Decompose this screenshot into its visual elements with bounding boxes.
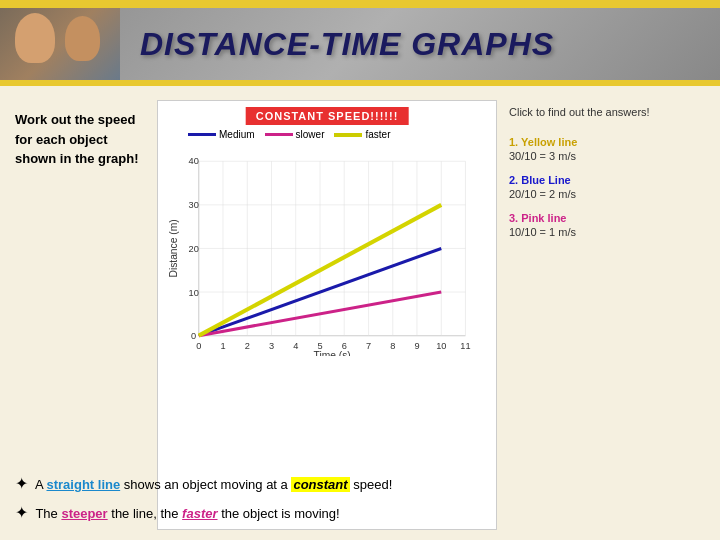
top-accent [0, 0, 720, 8]
bottom-line-2: ✦ The steeper the line, the faster the o… [15, 499, 705, 528]
click-to-find-text: Click to find out the answers! [509, 105, 669, 120]
svg-text:1: 1 [220, 341, 225, 351]
header: DISTANCE-TIME GRAPHS [0, 8, 720, 80]
answer-blue-label: 2. Blue Line [509, 170, 669, 188]
bottom-line-1: ✦ A straight line shows an object moving… [15, 470, 705, 499]
right-panel: Click to find out the answers! 1. Yellow… [509, 100, 669, 530]
legend-label-faster: faster [365, 129, 390, 140]
svg-text:Distance (m): Distance (m) [168, 219, 179, 277]
line1-suffix: shows an object moving at a [120, 477, 291, 492]
svg-text:0: 0 [191, 331, 196, 341]
constant-text: constant [291, 477, 349, 492]
legend-medium: Medium [188, 129, 255, 140]
legend-line-medium [188, 133, 216, 136]
answer-pink-value: 10/10 = 1 m/s [509, 226, 669, 238]
legend-label-slower: slower [296, 129, 325, 140]
svg-text:7: 7 [366, 341, 371, 351]
header-bottom-accent [0, 80, 720, 86]
svg-text:4: 4 [293, 341, 298, 351]
faster-text: faster [182, 506, 217, 521]
svg-text:30: 30 [189, 200, 199, 210]
left-panel: Work out the speed for each object shown… [15, 100, 145, 530]
legend-faster: faster [334, 129, 390, 140]
legend-line-faster [334, 133, 362, 137]
graph-container: CONSTANT SPEED!!!!!! Medium slower faste… [157, 100, 497, 530]
line1-prefix: A [35, 477, 47, 492]
header-image [0, 8, 120, 80]
legend-line-slower [265, 133, 293, 136]
legend-slower: slower [265, 129, 325, 140]
answer-blue-value: 20/10 = 2 m/s [509, 188, 669, 200]
svg-text:Time (s): Time (s) [314, 350, 351, 356]
straight-line-text: straight line [46, 477, 120, 492]
line2-mid: the line, the [108, 506, 182, 521]
svg-text:40: 40 [189, 156, 199, 166]
graph-svg: 0 10 20 30 40 0 1 2 3 4 5 6 7 8 9 10 11 … [168, 151, 486, 356]
left-instruction: Work out the speed for each object shown… [15, 110, 145, 169]
bullet-1: ✦ [15, 475, 28, 492]
answer-pink: 3. Pink line 10/10 = 1 m/s [509, 208, 669, 238]
line2-prefix: The [35, 506, 61, 521]
steeper-text: steeper [61, 506, 107, 521]
bottom-text: ✦ A straight line shows an object moving… [15, 470, 705, 528]
svg-text:20: 20 [189, 244, 199, 254]
answer-yellow: 1. Yellow line 30/10 = 3 m/s [509, 132, 669, 162]
line2-end: the object is moving! [218, 506, 340, 521]
graph-legend: Medium slower faster [188, 129, 391, 140]
page-title: DISTANCE-TIME GRAPHS [120, 26, 554, 63]
answer-yellow-value: 30/10 = 3 m/s [509, 150, 669, 162]
svg-text:11: 11 [460, 341, 470, 351]
legend-label-medium: Medium [219, 129, 255, 140]
svg-text:10: 10 [189, 288, 199, 298]
constant-speed-banner: CONSTANT SPEED!!!!!! [246, 107, 409, 125]
svg-text:0: 0 [196, 341, 201, 351]
svg-text:10: 10 [436, 341, 446, 351]
svg-text:3: 3 [269, 341, 274, 351]
svg-text:8: 8 [390, 341, 395, 351]
svg-text:2: 2 [245, 341, 250, 351]
answer-yellow-label: 1. Yellow line [509, 132, 669, 150]
bullet-2: ✦ [15, 504, 28, 521]
answer-blue: 2. Blue Line 20/10 = 2 m/s [509, 170, 669, 200]
svg-text:9: 9 [414, 341, 419, 351]
answer-pink-label: 3. Pink line [509, 208, 669, 226]
line1-end: speed! [350, 477, 393, 492]
